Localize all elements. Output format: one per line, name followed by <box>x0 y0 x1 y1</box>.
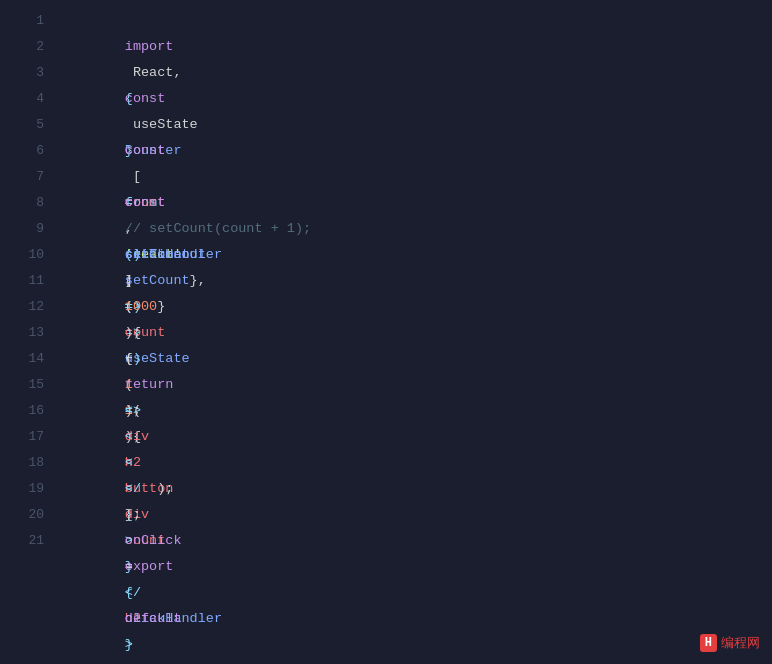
line-num-16: 16 <box>20 398 44 424</box>
line-numbers: 1 2 3 4 5 6 7 8 9 10 11 12 13 14 15 16 1… <box>0 8 52 656</box>
watermark-icon: H <box>700 634 717 652</box>
line-num-6: 6 <box>20 138 44 164</box>
line-num-21: 21 <box>20 528 44 554</box>
code-line-13: return ( <box>60 320 772 346</box>
code-line-19: }; <box>60 476 772 502</box>
code-lines: import React, { useState } from 'react' … <box>52 8 772 656</box>
line-num-1: 1 <box>20 8 44 34</box>
line-num-14: 14 <box>20 346 44 372</box>
line-num-11: 11 <box>20 268 44 294</box>
line-num-20: 20 <box>20 502 44 528</box>
line-num-3: 3 <box>20 60 44 86</box>
code-line-16: < button onClick = { clickHandler } > +1… <box>60 398 772 424</box>
code-line-2 <box>60 34 772 60</box>
code-area: 1 2 3 4 5 6 7 8 9 10 11 12 13 14 15 16 1… <box>0 0 772 664</box>
line-num-18: 18 <box>20 450 44 476</box>
code-line-20 <box>60 502 772 528</box>
watermark-text: 编程网 <box>721 634 760 652</box>
code-line-18: ); <box>60 450 772 476</box>
code-line-4: const [ count , setCount ] = useState ( … <box>60 86 772 112</box>
line-num-7: 7 <box>20 164 44 190</box>
code-line-12 <box>60 294 772 320</box>
code-line-6: const clickHandler = () => { <box>60 138 772 164</box>
line-num-15: 15 <box>20 372 44 398</box>
code-line-1: import React, { useState } from 'react' … <box>60 8 772 34</box>
code-line-8: setTimeout ( () => { <box>60 190 772 216</box>
line-num-19: 19 <box>20 476 44 502</box>
code-editor: 1 2 3 4 5 6 7 8 9 10 11 12 13 14 15 16 1… <box>0 0 772 664</box>
code-line-14: < div > <box>60 346 772 372</box>
line-num-5: 5 <box>20 112 44 138</box>
line-num-17: 17 <box>20 424 44 450</box>
line-num-10: 10 <box>20 242 44 268</box>
line-num-8: 8 <box>20 190 44 216</box>
line-num-4: 4 <box>20 86 44 112</box>
line-num-2: 2 <box>20 34 44 60</box>
code-line-11: } <box>60 268 772 294</box>
code-line-7: // setCount(count + 1); <box>60 164 772 190</box>
code-line-5 <box>60 112 772 138</box>
watermark: H 编程网 <box>700 634 760 652</box>
line-num-12: 12 <box>20 294 44 320</box>
code-line-9: setCount ( count + 1 ); <box>60 216 772 242</box>
code-line-21: export default Counter ; <box>60 528 772 554</box>
line-num-13: 13 <box>20 320 44 346</box>
code-line-15: < h2 > { count } </ h2 > <box>60 372 772 398</box>
line-num-9: 9 <box>20 216 44 242</box>
code-line-3: const Counter = () => { <box>60 60 772 86</box>
code-line-17: </ div > <box>60 424 772 450</box>
code-line-10: }, 1000 ); <box>60 242 772 268</box>
